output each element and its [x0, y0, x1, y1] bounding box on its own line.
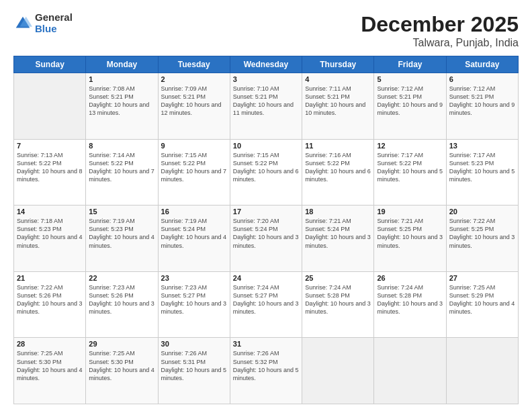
table-row [446, 338, 518, 404]
day-details: Sunrise: 7:24 AMSunset: 5:28 PMDaylight:… [305, 283, 371, 316]
day-number: 14 [17, 208, 83, 216]
table-row: 3Sunrise: 7:10 AMSunset: 5:21 PMDaylight… [230, 73, 302, 140]
day-number: 21 [17, 274, 83, 282]
logo-blue: Blue [35, 24, 73, 35]
day-details: Sunrise: 7:21 AMSunset: 5:24 PMDaylight:… [305, 217, 371, 250]
table-row: 21Sunrise: 7:22 AMSunset: 5:26 PMDayligh… [14, 271, 86, 338]
day-details: Sunrise: 7:12 AMSunset: 5:21 PMDaylight:… [449, 85, 515, 118]
table-row: 7Sunrise: 7:13 AMSunset: 5:22 PMDaylight… [14, 139, 86, 205]
day-number: 13 [449, 142, 515, 150]
table-row: 29Sunrise: 7:25 AMSunset: 5:30 PMDayligh… [86, 338, 158, 404]
day-details: Sunrise: 7:08 AMSunset: 5:21 PMDaylight:… [89, 85, 154, 118]
table-row: 23Sunrise: 7:23 AMSunset: 5:27 PMDayligh… [158, 271, 230, 338]
col-saturday: Saturday [446, 56, 518, 73]
table-row [302, 338, 374, 404]
day-number: 25 [305, 274, 371, 282]
day-number: 2 [161, 75, 227, 83]
calendar-week-5: 28Sunrise: 7:25 AMSunset: 5:30 PMDayligh… [14, 338, 519, 404]
day-details: Sunrise: 7:15 AMSunset: 5:22 PMDaylight:… [161, 151, 227, 184]
day-details: Sunrise: 7:25 AMSunset: 5:29 PMDaylight:… [449, 283, 515, 316]
day-number: 9 [161, 142, 227, 150]
table-row: 17Sunrise: 7:20 AMSunset: 5:24 PMDayligh… [230, 205, 302, 272]
table-row: 19Sunrise: 7:21 AMSunset: 5:25 PMDayligh… [374, 205, 446, 272]
day-number: 20 [449, 208, 515, 216]
day-details: Sunrise: 7:21 AMSunset: 5:25 PMDaylight:… [377, 217, 443, 250]
table-row: 22Sunrise: 7:23 AMSunset: 5:26 PMDayligh… [86, 271, 158, 338]
table-row [374, 338, 446, 404]
table-row: 13Sunrise: 7:17 AMSunset: 5:23 PMDayligh… [446, 139, 518, 205]
table-row: 28Sunrise: 7:25 AMSunset: 5:30 PMDayligh… [14, 338, 86, 404]
page: General Blue December 2025 Talwara, Punj… [0, 0, 532, 411]
day-number: 28 [17, 340, 83, 348]
table-row: 12Sunrise: 7:17 AMSunset: 5:22 PMDayligh… [374, 139, 446, 205]
calendar-week-3: 14Sunrise: 7:18 AMSunset: 5:23 PMDayligh… [14, 205, 519, 272]
table-row: 2Sunrise: 7:09 AMSunset: 5:21 PMDaylight… [158, 73, 230, 140]
col-tuesday: Tuesday [158, 56, 230, 73]
day-details: Sunrise: 7:22 AMSunset: 5:25 PMDaylight:… [449, 217, 515, 250]
table-row: 16Sunrise: 7:19 AMSunset: 5:24 PMDayligh… [158, 205, 230, 272]
table-row: 6Sunrise: 7:12 AMSunset: 5:21 PMDaylight… [446, 73, 518, 140]
calendar-header-row: Sunday Monday Tuesday Wednesday Thursday… [14, 56, 519, 73]
table-row [14, 73, 86, 140]
day-details: Sunrise: 7:26 AMSunset: 5:32 PMDaylight:… [233, 349, 299, 382]
col-wednesday: Wednesday [230, 56, 302, 73]
day-number: 27 [449, 274, 515, 282]
col-friday: Friday [374, 56, 446, 73]
table-row: 27Sunrise: 7:25 AMSunset: 5:29 PMDayligh… [446, 271, 518, 338]
day-details: Sunrise: 7:24 AMSunset: 5:28 PMDaylight:… [377, 283, 443, 316]
table-row: 26Sunrise: 7:24 AMSunset: 5:28 PMDayligh… [374, 271, 446, 338]
day-details: Sunrise: 7:18 AMSunset: 5:23 PMDaylight:… [17, 217, 83, 250]
day-number: 8 [89, 142, 154, 150]
day-details: Sunrise: 7:09 AMSunset: 5:21 PMDaylight:… [161, 85, 227, 118]
col-thursday: Thursday [302, 56, 374, 73]
day-details: Sunrise: 7:15 AMSunset: 5:22 PMDaylight:… [233, 151, 299, 184]
header: General Blue December 2025 Talwara, Punj… [13, 12, 519, 49]
table-row: 31Sunrise: 7:26 AMSunset: 5:32 PMDayligh… [230, 338, 302, 404]
day-number: 23 [161, 274, 227, 282]
table-row: 4Sunrise: 7:11 AMSunset: 5:21 PMDaylight… [302, 73, 374, 140]
day-details: Sunrise: 7:23 AMSunset: 5:27 PMDaylight:… [161, 283, 227, 316]
table-row: 24Sunrise: 7:24 AMSunset: 5:27 PMDayligh… [230, 271, 302, 338]
table-row: 18Sunrise: 7:21 AMSunset: 5:24 PMDayligh… [302, 205, 374, 272]
logo-icon [13, 14, 32, 33]
day-number: 30 [161, 340, 227, 348]
day-number: 15 [89, 208, 154, 216]
table-row: 8Sunrise: 7:14 AMSunset: 5:22 PMDaylight… [86, 139, 158, 205]
day-number: 26 [377, 274, 443, 282]
logo-text: General Blue [35, 12, 73, 34]
day-details: Sunrise: 7:25 AMSunset: 5:30 PMDaylight:… [17, 349, 83, 382]
calendar-week-4: 21Sunrise: 7:22 AMSunset: 5:26 PMDayligh… [14, 271, 519, 338]
calendar-table: Sunday Monday Tuesday Wednesday Thursday… [13, 56, 519, 404]
table-row: 1Sunrise: 7:08 AMSunset: 5:21 PMDaylight… [86, 73, 158, 140]
day-number: 16 [161, 208, 227, 216]
month-year-title: December 2025 [361, 12, 519, 37]
day-details: Sunrise: 7:20 AMSunset: 5:24 PMDaylight:… [233, 217, 299, 250]
day-number: 6 [449, 75, 515, 83]
day-number: 10 [233, 142, 299, 150]
day-number: 3 [233, 75, 299, 83]
day-number: 31 [233, 340, 299, 348]
table-row: 30Sunrise: 7:26 AMSunset: 5:31 PMDayligh… [158, 338, 230, 404]
day-details: Sunrise: 7:24 AMSunset: 5:27 PMDaylight:… [233, 283, 299, 316]
col-sunday: Sunday [14, 56, 86, 73]
day-number: 17 [233, 208, 299, 216]
day-number: 1 [89, 75, 154, 83]
calendar-week-2: 7Sunrise: 7:13 AMSunset: 5:22 PMDaylight… [14, 139, 519, 205]
table-row: 11Sunrise: 7:16 AMSunset: 5:22 PMDayligh… [302, 139, 374, 205]
col-monday: Monday [86, 56, 158, 73]
day-details: Sunrise: 7:19 AMSunset: 5:23 PMDaylight:… [89, 217, 154, 250]
logo-general: General [35, 12, 73, 24]
table-row: 14Sunrise: 7:18 AMSunset: 5:23 PMDayligh… [14, 205, 86, 272]
day-number: 18 [305, 208, 371, 216]
table-row: 20Sunrise: 7:22 AMSunset: 5:25 PMDayligh… [446, 205, 518, 272]
day-details: Sunrise: 7:26 AMSunset: 5:31 PMDaylight:… [161, 349, 227, 382]
table-row: 9Sunrise: 7:15 AMSunset: 5:22 PMDaylight… [158, 139, 230, 205]
day-number: 4 [305, 75, 371, 83]
day-number: 12 [377, 142, 443, 150]
day-details: Sunrise: 7:10 AMSunset: 5:21 PMDaylight:… [233, 85, 299, 118]
logo: General Blue [13, 12, 73, 34]
day-number: 29 [89, 340, 154, 348]
day-details: Sunrise: 7:14 AMSunset: 5:22 PMDaylight:… [89, 151, 154, 184]
day-details: Sunrise: 7:17 AMSunset: 5:23 PMDaylight:… [449, 151, 515, 184]
day-number: 22 [89, 274, 154, 282]
